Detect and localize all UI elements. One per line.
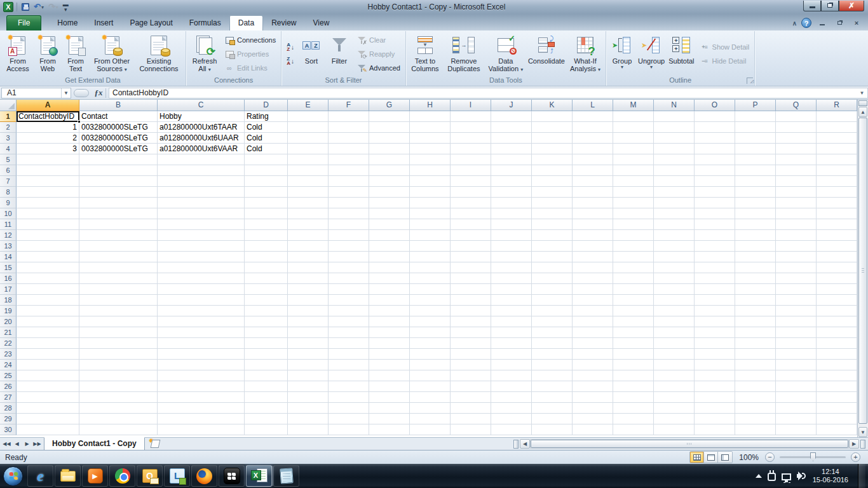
cell-Q21[interactable] (776, 327, 817, 338)
scroll-right-icon[interactable]: ▶ (849, 439, 859, 449)
cell-D17[interactable] (245, 284, 288, 295)
cell-E17[interactable] (288, 284, 329, 295)
cell-K13[interactable] (532, 241, 573, 252)
cell-G4[interactable] (369, 144, 410, 154)
cell-F29[interactable] (329, 414, 369, 424)
cell-J1[interactable] (491, 111, 532, 122)
row-header-15[interactable]: 15 (0, 262, 17, 273)
cell-C23[interactable] (158, 349, 245, 360)
cell-O7[interactable] (695, 176, 735, 187)
cell-G14[interactable] (369, 252, 410, 262)
cell-G21[interactable] (369, 327, 410, 338)
cell-Q26[interactable] (776, 381, 817, 392)
cell-K11[interactable] (532, 219, 573, 230)
cell-M27[interactable] (613, 392, 654, 403)
column-header-P[interactable]: P (735, 100, 776, 111)
cell-H25[interactable] (410, 370, 451, 381)
cell-Q16[interactable] (776, 273, 817, 284)
cell-O24[interactable] (695, 360, 735, 370)
column-header-R[interactable]: R (817, 100, 857, 111)
cell-R2[interactable] (817, 122, 857, 133)
cell-D1[interactable]: Rating (245, 111, 288, 122)
cell-L28[interactable] (573, 403, 613, 414)
cell-E29[interactable] (288, 414, 329, 424)
cell-N14[interactable] (654, 252, 695, 262)
cell-J28[interactable] (491, 403, 532, 414)
cell-R20[interactable] (817, 316, 857, 327)
sort-button[interactable]: AZ Sort (297, 32, 325, 76)
cell-J22[interactable] (491, 338, 532, 349)
cell-H21[interactable] (410, 327, 451, 338)
cell-F23[interactable] (329, 349, 369, 360)
cell-M3[interactable] (613, 133, 654, 144)
cell-D10[interactable] (245, 208, 288, 219)
cell-F22[interactable] (329, 338, 369, 349)
cell-D28[interactable] (245, 403, 288, 414)
cell-A14[interactable] (17, 252, 79, 262)
cell-B12[interactable] (79, 230, 158, 241)
cell-J15[interactable] (491, 262, 532, 273)
row-header-18[interactable]: 18 (0, 295, 17, 306)
cell-C13[interactable] (158, 241, 245, 252)
cell-E19[interactable] (288, 306, 329, 316)
cell-I15[interactable] (451, 262, 491, 273)
cell-M5[interactable] (613, 154, 654, 165)
cell-Q24[interactable] (776, 360, 817, 370)
cell-D2[interactable]: Cold (245, 122, 288, 133)
cell-B3[interactable]: 0032800000SLeTG (79, 133, 158, 144)
cell-O20[interactable] (695, 316, 735, 327)
split-handle[interactable] (513, 440, 519, 449)
cell-H11[interactable] (410, 219, 451, 230)
cell-C6[interactable] (158, 165, 245, 176)
cell-C17[interactable] (158, 284, 245, 295)
cell-O27[interactable] (695, 392, 735, 403)
cell-N10[interactable] (654, 208, 695, 219)
what-if-analysis-button[interactable]: ? What-If Analysis ▾ (567, 32, 604, 76)
row-header-28[interactable]: 28 (0, 403, 17, 414)
cell-L24[interactable] (573, 360, 613, 370)
horizontal-scrollbar[interactable]: ◀ ▶ (512, 439, 868, 449)
workbook-close-button[interactable]: × (850, 18, 863, 28)
scroll-left-icon[interactable]: ◀ (520, 439, 530, 449)
cell-O14[interactable] (695, 252, 735, 262)
cell-L1[interactable] (573, 111, 613, 122)
zoom-in-button[interactable]: + (851, 452, 860, 462)
cell-K5[interactable] (532, 154, 573, 165)
cell-F27[interactable] (329, 392, 369, 403)
cell-P9[interactable] (735, 198, 776, 208)
cell-D21[interactable] (245, 327, 288, 338)
cell-C5[interactable] (158, 154, 245, 165)
cell-A8[interactable] (17, 187, 79, 198)
cell-H1[interactable] (410, 111, 451, 122)
row-header-14[interactable]: 14 (0, 252, 17, 262)
cell-Q18[interactable] (776, 295, 817, 306)
cell-I26[interactable] (451, 381, 491, 392)
cell-B20[interactable] (79, 316, 158, 327)
cell-N24[interactable] (654, 360, 695, 370)
cell-N8[interactable] (654, 187, 695, 198)
tab-formulas[interactable]: Formulas (181, 16, 229, 30)
cell-F10[interactable] (329, 208, 369, 219)
cell-I25[interactable] (451, 370, 491, 381)
cell-Q28[interactable] (776, 403, 817, 414)
cell-A18[interactable] (17, 295, 79, 306)
cell-P1[interactable] (735, 111, 776, 122)
cell-A21[interactable] (17, 327, 79, 338)
sort-descending-button[interactable]: ZA↓ (285, 56, 296, 66)
row-header-25[interactable]: 25 (0, 370, 17, 381)
cell-F13[interactable] (329, 241, 369, 252)
cell-P13[interactable] (735, 241, 776, 252)
cell-F17[interactable] (329, 284, 369, 295)
cell-B4[interactable]: 0032800000SLeTG (79, 144, 158, 154)
cell-K22[interactable] (532, 338, 573, 349)
previous-sheet-icon[interactable]: ◀ (13, 441, 21, 447)
cell-A10[interactable] (17, 208, 79, 219)
cell-D3[interactable]: Cold (245, 133, 288, 144)
cell-B26[interactable] (79, 381, 158, 392)
cell-N16[interactable] (654, 273, 695, 284)
cell-H23[interactable] (410, 349, 451, 360)
hide-detail-button[interactable]: −≡Hide Detail (698, 55, 752, 68)
sheet-tab-active[interactable]: Hobby Contact1 - Copy (44, 437, 145, 450)
split-handle[interactable] (860, 440, 865, 449)
cell-O16[interactable] (695, 273, 735, 284)
